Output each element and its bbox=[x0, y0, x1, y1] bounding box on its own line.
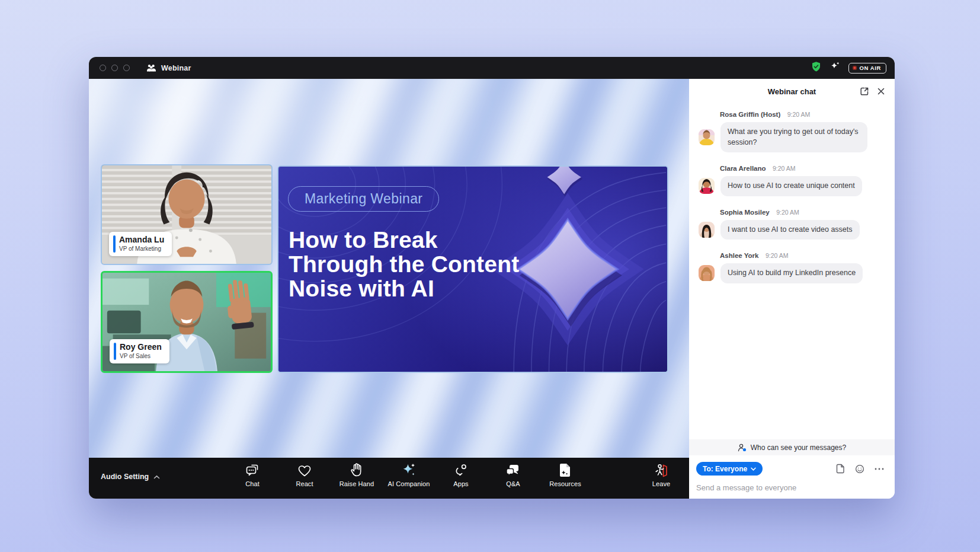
ai-sparkle-icon[interactable] bbox=[830, 61, 841, 75]
leave-icon bbox=[654, 461, 670, 478]
visibility-info-bar[interactable]: Who can see your messages? bbox=[689, 439, 895, 455]
close-window-button[interactable] bbox=[100, 65, 106, 71]
window-title: Webinar bbox=[161, 64, 191, 72]
meeting-toolbar: Audio Setting bbox=[89, 458, 689, 499]
message-input[interactable] bbox=[696, 483, 886, 492]
chat-header-actions bbox=[860, 87, 885, 96]
participant-name: Roy Green bbox=[120, 342, 162, 353]
chat-message: Rosa Griffin (Host) 9:20 AM What are you… bbox=[699, 109, 885, 152]
leave-button[interactable]: Leave bbox=[642, 461, 681, 487]
chevron-down-icon bbox=[751, 467, 756, 471]
chat-icon bbox=[245, 461, 260, 478]
qa-icon bbox=[505, 461, 521, 478]
chat-button[interactable]: Chat bbox=[233, 461, 272, 487]
react-button[interactable]: React bbox=[285, 461, 324, 487]
message-bubble: Using AI to build my LinkedIn presence bbox=[720, 263, 863, 283]
participant-role: VP of Marketing bbox=[119, 245, 164, 253]
recipient-label: To: Everyone bbox=[703, 465, 747, 473]
webinar-window: Webinar ON AIR bbox=[89, 57, 895, 499]
message-author: Rosa Griffin (Host) bbox=[720, 111, 780, 118]
toolbar-label: Apps bbox=[453, 480, 468, 487]
message-bubble: How to use AI to create unique content bbox=[720, 176, 862, 196]
participant-role: VP of Sales bbox=[120, 352, 162, 360]
toolbar-label: React bbox=[296, 480, 313, 487]
nametag-amanda: Amanda Lu VP of Marketing bbox=[109, 232, 172, 257]
slide-background: Marketing Webinar How to Break Through t… bbox=[278, 167, 667, 372]
recipient-selector[interactable]: To: Everyone bbox=[696, 462, 763, 476]
video-tile-amanda[interactable]: Amanda Lu VP of Marketing bbox=[101, 164, 273, 265]
chat-message: Ashlee York 9:20 AM Using AI to build my… bbox=[699, 250, 885, 283]
person-info-icon bbox=[738, 443, 747, 452]
resources-icon bbox=[558, 461, 572, 478]
ai-companion-button[interactable]: AI Companion bbox=[389, 461, 428, 487]
toolbar-label: Resources bbox=[549, 480, 581, 487]
message-meta: Sophia Mosiley 9:20 AM bbox=[720, 206, 885, 217]
toolbar-label: AI Companion bbox=[388, 480, 430, 487]
webinar-chat-panel: Webinar chat bbox=[689, 79, 895, 499]
avatar-rosa bbox=[699, 129, 715, 145]
toolbar-label: Raise Hand bbox=[340, 480, 374, 487]
toolbar-label: Chat bbox=[245, 480, 260, 487]
pop-out-icon bbox=[860, 87, 869, 96]
chat-message-list[interactable]: Rosa Griffin (Host) 9:20 AM What are you… bbox=[689, 104, 895, 439]
message-author: Sophia Mosiley bbox=[720, 209, 770, 216]
avatar-ashlee bbox=[699, 265, 715, 281]
title-bar: Webinar ON AIR bbox=[89, 57, 895, 79]
message-time: 9:20 AM bbox=[776, 209, 799, 216]
avatar-sophia bbox=[699, 222, 715, 238]
smiley-icon bbox=[855, 464, 864, 474]
close-icon bbox=[877, 87, 885, 95]
audio-setting-label: Audio Setting bbox=[101, 473, 149, 481]
toolbar-label: Q&A bbox=[506, 480, 520, 487]
meeting-main-area: Amanda Lu VP of Marketing bbox=[89, 79, 689, 499]
message-bubble: What are you trying to get out of today'… bbox=[720, 122, 867, 152]
qa-button[interactable]: Q&A bbox=[494, 461, 533, 487]
chat-message: Clara Arellano 9:20 AM How to use AI to … bbox=[699, 162, 885, 196]
file-icon bbox=[836, 464, 845, 474]
audio-setting-button[interactable]: Audio Setting bbox=[101, 473, 160, 481]
close-chat-button[interactable] bbox=[877, 87, 885, 95]
message-time: 9:20 AM bbox=[773, 165, 796, 172]
pop-out-chat-button[interactable] bbox=[860, 87, 869, 96]
titlebar-status: ON AIR bbox=[811, 61, 887, 75]
ai-companion-icon bbox=[401, 461, 417, 478]
window-controls bbox=[100, 65, 130, 71]
on-air-label: ON AIR bbox=[860, 65, 882, 71]
zoom-window-button[interactable] bbox=[123, 65, 130, 71]
emoji-button[interactable] bbox=[855, 464, 864, 474]
desktop: Webinar ON AIR bbox=[0, 0, 980, 552]
shared-slide[interactable]: Marketing Webinar How to Break Through t… bbox=[277, 165, 668, 373]
avatar-clara bbox=[699, 178, 715, 194]
on-air-dot-icon bbox=[853, 66, 857, 70]
slide-title: How to Break Through the Content Noise w… bbox=[289, 228, 519, 301]
message-time: 9:20 AM bbox=[766, 252, 789, 259]
participants-icon bbox=[146, 64, 156, 72]
nametag-roy: Roy Green VP of Sales bbox=[110, 339, 169, 364]
message-time: 9:20 AM bbox=[787, 111, 811, 118]
apps-button[interactable]: Apps bbox=[441, 461, 481, 487]
security-shield-icon[interactable] bbox=[811, 61, 822, 75]
chat-composer: To: Everyone bbox=[689, 455, 895, 499]
video-tile-roy[interactable]: Roy Green VP of Sales bbox=[101, 271, 273, 373]
toolbar-label: Leave bbox=[652, 480, 670, 487]
on-air-badge: ON AIR bbox=[848, 63, 887, 74]
more-options-button[interactable] bbox=[875, 468, 884, 470]
raise-hand-button[interactable]: Raise Hand bbox=[337, 461, 376, 487]
attach-file-button[interactable] bbox=[836, 464, 845, 474]
window-title-group: Webinar bbox=[146, 64, 191, 72]
visibility-note: Who can see your messages? bbox=[751, 443, 846, 452]
chat-message: Sophia Mosiley 9:20 AM I want to use AI … bbox=[699, 206, 885, 240]
message-author: Clara Arellano bbox=[720, 165, 766, 172]
chat-header: Webinar chat bbox=[689, 79, 895, 104]
video-stage: Amanda Lu VP of Marketing bbox=[89, 79, 689, 458]
message-meta: Rosa Griffin (Host) 9:20 AM bbox=[720, 109, 885, 119]
resources-button[interactable]: Resources bbox=[546, 461, 585, 487]
participant-name: Amanda Lu bbox=[119, 235, 164, 245]
message-bubble: I want to use AI to create video assets bbox=[720, 220, 860, 240]
chevron-up-icon bbox=[153, 475, 160, 479]
slide-badge: Marketing Webinar bbox=[288, 186, 439, 212]
minimize-window-button[interactable] bbox=[111, 65, 118, 71]
message-author: Ashlee York bbox=[720, 252, 758, 259]
message-meta: Clara Arellano 9:20 AM bbox=[720, 162, 885, 173]
raise-hand-icon bbox=[350, 461, 364, 478]
